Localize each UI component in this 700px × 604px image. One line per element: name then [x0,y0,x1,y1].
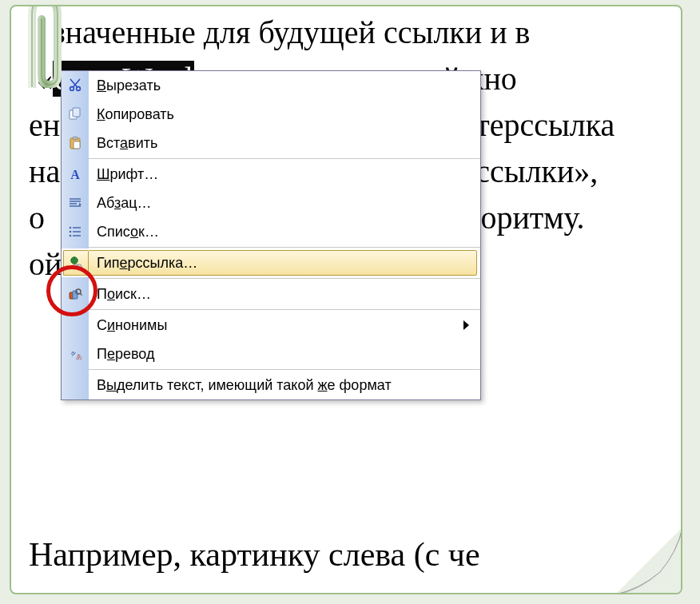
list-icon [68,225,82,239]
paperclip-icon [14,5,69,88]
menu-item-list[interactable]: Список… [62,217,480,246]
svg-point-11 [71,257,78,264]
paste-icon [68,136,82,150]
menu-item-cut[interactable]: Вырезать [62,71,480,100]
menu-item-hyperlink[interactable]: Гиперссылка… [62,248,480,277]
svg-text:A: A [70,168,80,181]
submenu-arrow-icon [463,320,469,330]
menu-item-select-similar-format[interactable]: Выделить текст, имеющий такой же формат [62,371,480,399]
svg-point-10 [70,235,72,237]
scissors-icon [68,78,82,93]
paragraph-icon [68,196,82,210]
menu-item-synonyms[interactable]: Синонимы [62,311,480,340]
svg-rect-5 [73,137,78,140]
search-icon [68,287,82,301]
svg-rect-16 [73,291,78,299]
menu-item-font[interactable]: A Шрифт… [62,160,480,189]
translate-icon: a あ [68,347,82,361]
document-bottom-text: Например, картинку слева (с че [29,535,480,574]
menu-item-paste[interactable]: Вставить [62,129,480,157]
svg-rect-14 [76,264,79,268]
copy-icon [68,107,82,121]
svg-rect-6 [74,141,80,149]
svg-point-0 [70,87,74,91]
svg-rect-3 [73,108,80,117]
font-a-icon: A [68,167,82,181]
menu-item-translate[interactable]: a あ Перевод [62,340,480,368]
screenshot-frame: значенные для будущей ссылки и в «ента W… [10,5,682,594]
globe-link-icon [69,256,83,270]
svg-point-9 [70,231,72,233]
menu-item-paragraph[interactable]: Абзац… [62,189,480,217]
svg-point-1 [77,87,81,91]
menu-item-search[interactable]: Поиск… [62,280,480,308]
context-menu: Вырезать Копировать Вставить [61,70,481,400]
menu-item-copy[interactable]: Копировать [62,100,480,129]
page-curl-icon [615,527,682,594]
svg-point-8 [70,227,72,229]
svg-text:あ: あ [76,353,82,360]
